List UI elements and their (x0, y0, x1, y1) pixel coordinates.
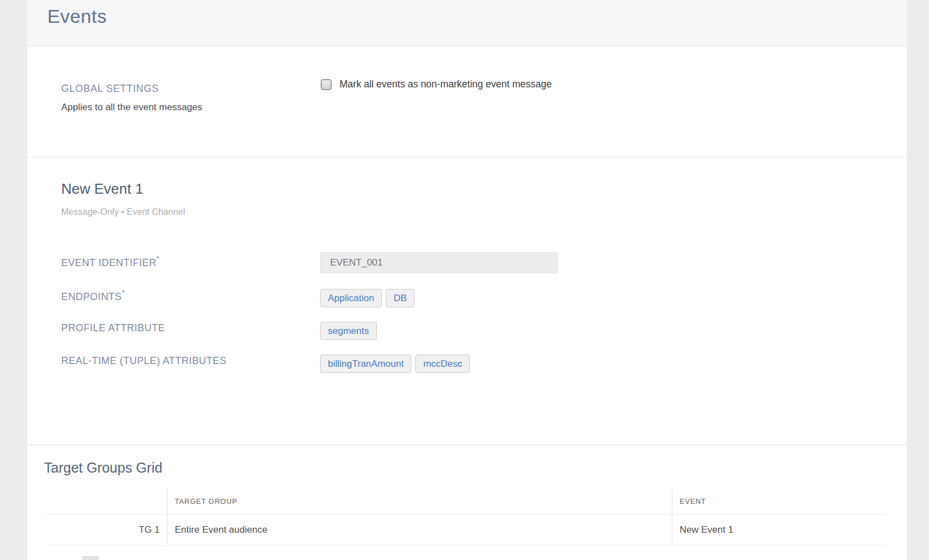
profile-attribute-chips: segments (320, 322, 377, 340)
event-identifier-input[interactable] (320, 252, 558, 273)
non-marketing-checkbox[interactable] (321, 79, 332, 90)
profile-attribute-label: PROFILE ATTRIBUTE (61, 322, 165, 334)
table-header-id (46, 488, 167, 515)
event-name: New Event 1 (61, 180, 143, 198)
page-header: Events (27, 0, 907, 46)
profile-attribute-chip-segments[interactable]: segments (320, 322, 377, 340)
event-subtitle: Message-Only • Event Channel (61, 207, 185, 217)
required-asterisk: * (156, 254, 159, 263)
endpoints-label: ENDPOINTS* (61, 289, 125, 303)
endpoints-chips: Application DB (320, 289, 415, 307)
event-identifier-label-text: EVENT IDENTIFIER (61, 257, 156, 268)
table-header-event: EVENT (672, 488, 887, 515)
required-asterisk: * (122, 288, 125, 297)
table-header-target-group: TARGET GROUP (167, 488, 672, 515)
endpoint-chip-db[interactable]: DB (386, 289, 415, 307)
page-title: Events (47, 6, 107, 27)
target-groups-table: TARGET GROUP EVENT TG 1 Entire Event aud… (46, 488, 887, 546)
realtime-attributes-chips: billingTranAmount mccDesc (320, 355, 470, 373)
realtime-attributes-label: REAL-TIME (TUPLE) ATTRIBUTES (61, 355, 227, 367)
realtime-chip-billingtranamount[interactable]: billingTranAmount (320, 355, 411, 373)
table-row-id[interactable]: TG 1 (46, 515, 167, 546)
content-area: Events GLOBAL SETTINGS Applies to all th… (27, 0, 907, 560)
endpoints-label-text: ENDPOINTS (61, 291, 122, 302)
partially-visible-element (82, 556, 99, 560)
target-groups-title: Target Groups Grid (44, 460, 163, 476)
global-settings-section: GLOBAL SETTINGS Applies to all the event… (27, 46, 907, 158)
endpoint-chip-application[interactable]: Application (320, 289, 382, 307)
non-marketing-checkbox-row[interactable]: Mark all events as non-marketing event m… (321, 78, 552, 90)
table-row-target-group[interactable]: Entire Event audience (167, 515, 672, 546)
event-identifier-label: EVENT IDENTIFIER* (61, 256, 160, 269)
realtime-chip-mccdesc[interactable]: mccDesc (415, 355, 470, 373)
table-row-event[interactable]: New Event 1 (672, 515, 887, 546)
non-marketing-checkbox-label[interactable]: Mark all events as non-marketing event m… (340, 78, 552, 90)
global-settings-description: Applies to all the event messages (61, 102, 202, 113)
target-groups-section: Target Groups Grid TARGET GROUP EVENT TG… (27, 445, 907, 560)
event-section: New Event 1 Message-Only • Event Channel… (27, 158, 907, 445)
global-settings-label: GLOBAL SETTINGS (61, 83, 159, 95)
